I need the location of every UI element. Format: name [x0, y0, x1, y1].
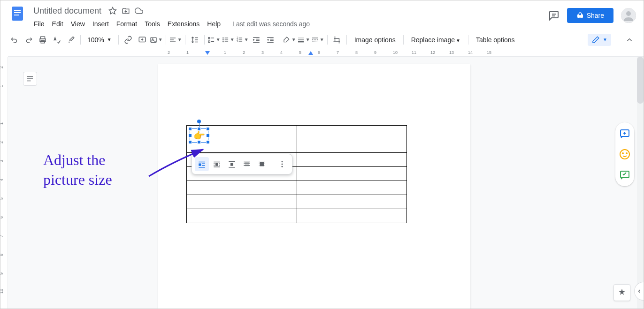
star-icon[interactable]	[108, 6, 117, 15]
insert-image-button[interactable]: ▼	[150, 33, 163, 46]
horizontal-ruler[interactable]: 2 1 1 2 3 4 5 6 7 8 9 10 11 12 13 14 15	[8, 49, 644, 57]
border-weight-button[interactable]: ▼	[297, 33, 310, 46]
cloud-status-icon[interactable]	[134, 6, 144, 15]
table-cell[interactable]	[297, 153, 407, 167]
table-cell[interactable]: 👉	[187, 126, 297, 153]
spellcheck-button[interactable]	[50, 33, 63, 46]
table-options-button[interactable]: Table options	[471, 34, 520, 45]
wrap-front-button[interactable]	[255, 157, 269, 171]
resize-handle-tm[interactable]	[197, 127, 201, 131]
crop-button[interactable]	[330, 33, 344, 46]
align-button[interactable]: ▼	[169, 33, 182, 46]
svg-rect-71	[244, 164, 250, 165]
explore-button[interactable]	[613, 284, 630, 301]
bulleted-list-button[interactable]: ▼	[222, 33, 235, 46]
resize-handle-tr[interactable]	[206, 127, 210, 131]
decrease-indent-button[interactable]	[250, 33, 263, 46]
menu-extensions[interactable]: Extensions	[164, 18, 203, 30]
table-row[interactable]	[187, 195, 407, 209]
svg-rect-1	[14, 10, 21, 11]
numbered-list-button[interactable]: 123▼	[236, 33, 249, 46]
table-cell[interactable]	[187, 181, 297, 195]
vertical-scrollbar[interactable]	[637, 57, 644, 309]
resize-handle-tl[interactable]	[188, 127, 192, 131]
add-emoji-action[interactable]	[617, 147, 632, 162]
svg-point-25	[222, 41, 223, 42]
svg-marker-4	[109, 8, 116, 14]
editing-mode-button[interactable]: ▼	[588, 34, 611, 46]
menu-tools[interactable]: Tools	[141, 18, 163, 30]
document-outline-button[interactable]	[23, 72, 37, 86]
svg-rect-59	[214, 162, 220, 163]
svg-rect-54	[199, 162, 205, 163]
table-row[interactable]	[187, 209, 407, 223]
svg-point-77	[282, 161, 283, 162]
move-icon[interactable]	[121, 6, 130, 15]
resize-handle-ml[interactable]	[188, 134, 192, 137]
account-avatar[interactable]	[621, 8, 636, 23]
svg-point-23	[222, 38, 223, 38]
svg-rect-0	[12, 7, 23, 21]
svg-point-9	[626, 11, 631, 16]
table-row[interactable]	[187, 181, 407, 195]
svg-rect-55	[199, 164, 201, 166]
svg-rect-63	[214, 165, 215, 166]
menu-edit[interactable]: Edit	[49, 18, 67, 30]
resize-handle-mr[interactable]	[206, 134, 210, 137]
suggest-edits-action[interactable]	[617, 167, 632, 182]
scroll-thumb[interactable]	[637, 57, 644, 104]
vertical-ruler[interactable]: 2 1 1 2 3 4 5 6 7 8 9 10	[0, 57, 8, 309]
svg-text:3: 3	[237, 40, 238, 43]
menu-view[interactable]: View	[68, 18, 88, 30]
line-spacing-button[interactable]	[188, 33, 201, 46]
link-button[interactable]	[122, 33, 135, 46]
wrap-break-button[interactable]	[225, 157, 239, 171]
table-cell[interactable]	[297, 126, 407, 153]
document-title[interactable]: Untitled document	[31, 5, 104, 17]
table-cell[interactable]	[297, 167, 407, 181]
table-cell[interactable]	[187, 195, 297, 209]
table-cell[interactable]	[297, 209, 407, 223]
menu-format[interactable]: Format	[113, 18, 140, 30]
svg-point-82	[622, 153, 623, 154]
comment-history-icon[interactable]	[548, 10, 560, 21]
resize-handle-br[interactable]	[206, 140, 210, 144]
document-page[interactable]: 👉	[158, 64, 470, 309]
table-cell[interactable]	[297, 195, 407, 209]
hide-menus-button[interactable]	[623, 33, 636, 46]
table-cell[interactable]	[297, 181, 407, 195]
border-dash-button[interactable]: ▼	[311, 33, 324, 46]
resize-handle-bm[interactable]	[197, 140, 201, 144]
resize-handle-bl[interactable]	[188, 140, 192, 144]
redo-button[interactable]	[22, 33, 35, 46]
wrap-text-button[interactable]	[210, 157, 224, 171]
add-comment-action[interactable]	[617, 126, 632, 141]
menu-file[interactable]: File	[31, 18, 48, 30]
last-edit-link[interactable]: Last edit was seconds ago	[232, 20, 310, 28]
menu-help[interactable]: Help	[204, 18, 224, 30]
docs-logo[interactable]	[8, 4, 27, 23]
rotate-handle[interactable]	[197, 120, 201, 123]
share-button[interactable]: Share	[567, 8, 613, 23]
svg-rect-64	[219, 165, 220, 166]
table-row[interactable]: 👉	[187, 126, 407, 153]
image-options-button[interactable]: Image options	[350, 34, 400, 45]
checklist-button[interactable]: ▼	[207, 33, 221, 46]
table-cell[interactable]	[187, 209, 297, 223]
print-button[interactable]	[36, 33, 49, 46]
wrap-inline-button[interactable]	[195, 157, 209, 171]
undo-button[interactable]	[8, 33, 21, 46]
wrap-behind-button[interactable]	[240, 157, 254, 171]
increase-indent-button[interactable]	[264, 33, 277, 46]
left-indent-marker[interactable]	[205, 51, 210, 57]
border-color-button[interactable]: ▼	[283, 33, 296, 46]
paint-format-button[interactable]	[64, 33, 77, 46]
add-comment-button[interactable]	[136, 33, 149, 46]
right-indent-marker[interactable]	[308, 51, 313, 57]
selected-image[interactable]: 👉	[190, 128, 208, 143]
image-more-options-button[interactable]	[275, 157, 289, 171]
zoom-select[interactable]: 100%▼	[84, 34, 115, 45]
replace-image-button[interactable]: Replace image▼	[406, 34, 465, 45]
menu-insert[interactable]: Insert	[89, 18, 112, 30]
document-table[interactable]: 👉	[186, 125, 407, 223]
